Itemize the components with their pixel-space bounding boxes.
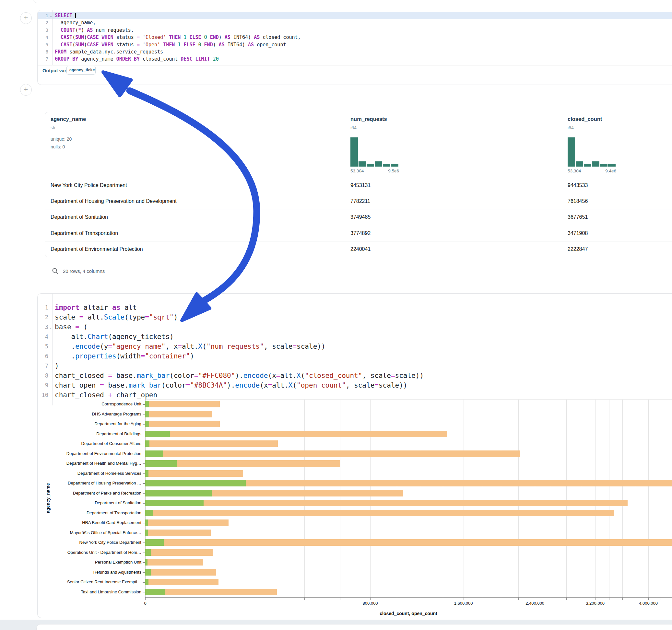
line-number: 9 <box>38 381 52 390</box>
line-number: 1⌄ <box>38 12 52 19</box>
line-number: 7 <box>38 55 52 63</box>
text-cursor <box>75 13 76 18</box>
result-table-header: agency_name strunique: 20 nulls: 0num_re… <box>45 112 672 177</box>
table-cell: 7782211 <box>351 198 370 204</box>
histogram-min: 53,304 <box>568 169 581 173</box>
column-name: agency_name <box>51 116 86 122</box>
table-cell: Department of Environmental Protection <box>51 246 143 252</box>
histogram-max: 9.4e6 <box>605 169 616 173</box>
code-line: import altair as alt <box>55 303 672 312</box>
result-table: agency_name strunique: 20 nulls: 0num_re… <box>45 112 672 257</box>
column-stat: unique: 20 <box>51 137 72 142</box>
table-cell: 2222847 <box>568 246 588 252</box>
column-type: str <box>51 125 56 130</box>
table-row: Department of Environmental Protection22… <box>45 241 672 257</box>
table-cell: New York City Police Department <box>51 183 127 188</box>
python-code-editor[interactable]: import altair as altscale = alt.Scale(ty… <box>55 303 672 400</box>
table-cell: 3774892 <box>351 231 370 236</box>
code-line: scale = alt.Scale(type="sqrt") <box>55 312 672 322</box>
line-number: 10 <box>38 390 52 400</box>
python-gutter-divider <box>52 294 53 406</box>
code-line: ) <box>55 361 672 371</box>
python-line-numbers: 123⌄45678910 <box>38 303 52 400</box>
fold-chevron-icon[interactable]: ⌄ <box>50 12 52 20</box>
line-number: 3 <box>38 27 52 34</box>
sql-cell: 1⌄234567 SELECT agency_name, COUNT(*) AS… <box>37 10 672 85</box>
code-line: GROUP BY agency_name ORDER BY closed_cou… <box>55 55 672 63</box>
output-variable-pill[interactable]: agency_tickets <box>67 66 96 75</box>
code-line: COUNT(*) AS num_requests, <box>55 27 672 34</box>
search-icon[interactable] <box>52 268 58 274</box>
add-block-button-middle[interactable]: + <box>20 84 32 96</box>
code-line: chart_closed = base.mark_bar(color="#FFC… <box>55 371 672 381</box>
table-cell: 2240041 <box>351 246 370 252</box>
line-number: 1 <box>38 303 52 312</box>
column-type: i64 <box>568 125 574 130</box>
line-number: 2 <box>38 19 52 26</box>
histogram-range: 53,304 9.5e6 <box>351 169 399 173</box>
line-number: 5 <box>38 41 52 48</box>
next-cell-edge <box>36 624 672 630</box>
table-footer: 20 rows, 4 columns <box>52 268 105 274</box>
code-line: chart_open = base.mark_bar(color="#8BC34… <box>55 381 672 390</box>
add-block-button-top[interactable]: + <box>20 12 32 24</box>
table-cell: Department of Sanitation <box>51 214 108 220</box>
line-number: 6 <box>38 48 52 55</box>
table-row-count: 20 rows, 4 columns <box>63 268 105 274</box>
line-number: 6 <box>38 351 52 361</box>
column-type: i64 <box>351 125 357 130</box>
column-histogram <box>568 138 616 167</box>
sql-code-editor[interactable]: SELECT agency_name, COUNT(*) AS num_requ… <box>55 12 672 63</box>
previous-cell-edge <box>33 0 672 3</box>
sql-gutter-divider <box>52 10 53 65</box>
histogram-range: 53,304 9.4e6 <box>568 169 616 173</box>
histogram-min: 53,304 <box>351 169 364 173</box>
column-name: closed_count <box>568 116 602 122</box>
table-cell: 3677651 <box>568 214 588 220</box>
code-line: .encode(y="agency_name", x=alt.X("num_re… <box>55 342 672 351</box>
sql-line-numbers: 1⌄234567 <box>38 12 52 63</box>
result-table-rows: New York City Police Department945313194… <box>45 177 672 257</box>
code-line: SELECT <box>55 12 672 19</box>
table-row: Department of Transportation377489234719… <box>45 225 672 241</box>
line-number: 3⌄ <box>38 322 52 332</box>
column-histogram <box>351 138 399 167</box>
line-number: 2 <box>38 312 52 322</box>
code-line: CAST(SUM(CASE WHEN status = 'Open' THEN … <box>55 41 672 48</box>
column-header-num_requests: num_requests i64 53,304 9.5e6 <box>351 112 415 177</box>
sql-output-divider <box>38 65 672 66</box>
line-number: 5 <box>38 342 52 351</box>
histogram-max: 9.5e6 <box>388 169 399 173</box>
table-cell: 7618456 <box>568 198 588 204</box>
column-stat: nulls: 0 <box>51 144 65 149</box>
table-cell: 9453131 <box>351 183 370 188</box>
table-row: Department of Housing Preservation and D… <box>45 193 672 209</box>
line-number: 4 <box>38 332 52 342</box>
column-name: num_requests <box>351 116 387 122</box>
table-row: Department of Sanitation37494853677651 <box>45 209 672 225</box>
line-number: 7 <box>38 361 52 371</box>
line-number: 8 <box>38 371 52 381</box>
code-line: FROM sample_data.nyc.service_requests <box>55 48 672 55</box>
code-line: base = ( <box>55 322 672 332</box>
code-line: .properties(width="container") <box>55 351 672 361</box>
notebook-page: + + 1⌄234567 SELECT agency_name, COUNT(*… <box>0 0 672 630</box>
code-line: chart_closed + chart_open <box>55 390 672 400</box>
code-line: alt.Chart(agency_tickets) <box>55 332 672 342</box>
table-cell: 9443533 <box>568 183 588 188</box>
python-cell: 123⌄45678910 import altair as altscale =… <box>37 293 672 618</box>
table-cell: Department of Housing Preservation and D… <box>51 198 177 204</box>
table-cell: Department of Transportation <box>51 231 118 236</box>
code-line: agency_name, <box>55 19 672 26</box>
table-cell: 3749485 <box>351 214 370 220</box>
code-line: CAST(SUM(CASE WHEN status = 'Closed' THE… <box>55 34 672 41</box>
column-header-closed_count: closed_count i64 53,304 9.4e6 <box>568 112 632 177</box>
fold-chevron-icon[interactable]: ⌄ <box>50 322 52 332</box>
table-row: New York City Police Department945313194… <box>45 177 672 193</box>
table-cell: 3471908 <box>568 231 588 236</box>
line-number: 4 <box>38 34 52 41</box>
column-header-agency_name: agency_name strunique: 20 nulls: 0 <box>51 112 115 177</box>
